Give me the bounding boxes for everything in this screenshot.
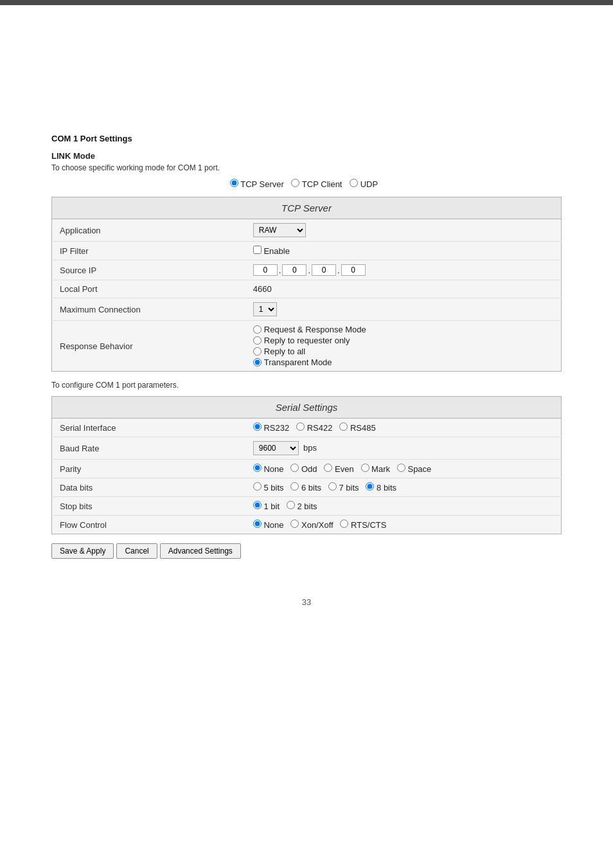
ip-sep-1: . <box>279 266 281 275</box>
advanced-settings-button[interactable]: Advanced Settings <box>160 543 241 559</box>
source-ip-label: Source IP <box>52 260 245 280</box>
databits-5-label[interactable]: 5 bits <box>253 483 286 493</box>
flow-none-label[interactable]: None <box>253 520 286 530</box>
response-request-response[interactable]: Request & Response Mode <box>253 325 553 334</box>
ip-filter-checkbox-label[interactable]: Enable <box>253 246 290 256</box>
databits-7-label[interactable]: 7 bits <box>328 483 361 493</box>
ip-filter-checkbox[interactable] <box>253 246 262 254</box>
table-row: Source IP . . . <box>52 260 562 280</box>
parity-options: None Odd Even <box>253 464 432 474</box>
max-connection-select[interactable]: 1 2 3 4 <box>253 302 277 316</box>
data-bits-label: Data bits <box>52 478 245 497</box>
save-apply-button[interactable]: Save & Apply <box>51 543 114 559</box>
response-transparent[interactable]: Transparent Mode <box>253 357 553 367</box>
ip-octet-2[interactable] <box>282 264 306 276</box>
parity-odd-label[interactable]: Odd <box>290 464 319 474</box>
response-behavior-options: Request & Response Mode Reply to request… <box>253 325 553 367</box>
table-row: IP Filter Enable <box>52 242 562 260</box>
table-row: Baud Rate 300 600 1200 2400 4800 9600 19… <box>52 437 562 460</box>
tcp-server-table: TCP Server Application RAW Modbus RFC221… <box>51 197 562 372</box>
radio-tcp-client[interactable]: TCP Client <box>291 179 344 189</box>
ip-sep-2: . <box>308 266 310 275</box>
parity-space-label[interactable]: Space <box>397 464 431 474</box>
databits-6-label[interactable]: 6 bits <box>290 483 323 493</box>
table-row: Application RAW Modbus RFC2217 <box>52 219 562 242</box>
max-connection-label: Maximum Connection <box>52 298 245 321</box>
buttons-row: Save & Apply Cancel Advanced Settings <box>51 543 562 559</box>
serial-settings-header: Serial Settings <box>52 397 562 419</box>
stop-bits-options: 1 bit 2 bits <box>253 502 317 511</box>
serial-rs485-label[interactable]: RS485 <box>339 423 375 433</box>
parity-mark-label[interactable]: Mark <box>361 464 393 474</box>
section-title: COM 1 Port Settings <box>51 134 562 143</box>
radio-udp[interactable]: UDP <box>350 179 378 189</box>
table-row: Stop bits 1 bit 2 bits <box>52 497 562 516</box>
tcp-server-header: TCP Server <box>52 197 562 219</box>
configure-text: To configure COM 1 port parameters. <box>51 381 562 390</box>
flow-control-label: Flow Control <box>52 516 245 534</box>
serial-settings-table: Serial Settings Serial Interface RS232 <box>51 396 562 534</box>
serial-interface-options: RS232 RS422 RS485 <box>253 423 376 433</box>
link-mode-title: LINK Mode <box>51 151 562 161</box>
serial-interface-label: Serial Interface <box>52 419 245 437</box>
ip-octet-1[interactable] <box>253 264 278 276</box>
link-mode-desc: To choose specific working mode for COM … <box>51 163 562 172</box>
source-ip-fields: . . . <box>253 264 553 276</box>
ip-sep-3: . <box>337 266 340 275</box>
baud-rate-label: Baud Rate <box>52 437 245 460</box>
table-row: Serial Interface RS232 RS422 <box>52 419 562 437</box>
parity-even-label[interactable]: Even <box>324 464 356 474</box>
table-row: Parity None Odd Ev <box>52 460 562 478</box>
local-port-label: Local Port <box>52 280 245 298</box>
cancel-button[interactable]: Cancel <box>116 543 157 559</box>
flow-rts-label[interactable]: RTS/CTS <box>340 520 386 530</box>
table-row: Flow Control None Xon/Xoff <box>52 516 562 534</box>
response-reply-all[interactable]: Reply to all <box>253 347 553 356</box>
stopbits-1-label[interactable]: 1 bit <box>253 502 282 511</box>
local-port-value: 4660 <box>245 280 562 298</box>
top-bar <box>0 0 613 5</box>
ip-octet-4[interactable] <box>341 264 366 276</box>
application-select[interactable]: RAW Modbus RFC2217 <box>253 223 306 237</box>
ip-octet-3[interactable] <box>312 264 336 276</box>
table-row: Maximum Connection 1 2 3 4 <box>52 298 562 321</box>
response-behavior-label: Response Behavior <box>52 321 245 372</box>
parity-none-label[interactable]: None <box>253 464 286 474</box>
stopbits-2-label[interactable]: 2 bits <box>287 502 317 511</box>
application-label: Application <box>52 219 245 242</box>
parity-label: Parity <box>52 460 245 478</box>
databits-8-label[interactable]: 8 bits <box>366 483 396 493</box>
stop-bits-label: Stop bits <box>52 497 245 516</box>
table-row: Data bits 5 bits 6 bits <box>52 478 562 497</box>
data-bits-options: 5 bits 6 bits 7 bits <box>253 483 396 493</box>
ip-filter-label: IP Filter <box>52 242 245 260</box>
table-row: Response Behavior Request & Response Mod… <box>52 321 562 372</box>
baud-rate-select[interactable]: 300 600 1200 2400 4800 9600 19200 38400 … <box>253 441 299 455</box>
page-number: 33 <box>51 597 562 607</box>
link-mode-radios: TCP Server TCP Client UDP <box>51 179 562 189</box>
response-reply-requester[interactable]: Reply to requester only <box>253 336 553 345</box>
serial-rs422-label[interactable]: RS422 <box>296 423 335 433</box>
flow-xon-label[interactable]: Xon/Xoff <box>290 520 335 530</box>
table-row: Local Port 4660 <box>52 280 562 298</box>
flow-control-options: None Xon/Xoff RTS/CTS <box>253 520 387 530</box>
radio-tcp-server[interactable]: TCP Server <box>230 179 287 189</box>
serial-rs232-label[interactable]: RS232 <box>253 423 292 433</box>
